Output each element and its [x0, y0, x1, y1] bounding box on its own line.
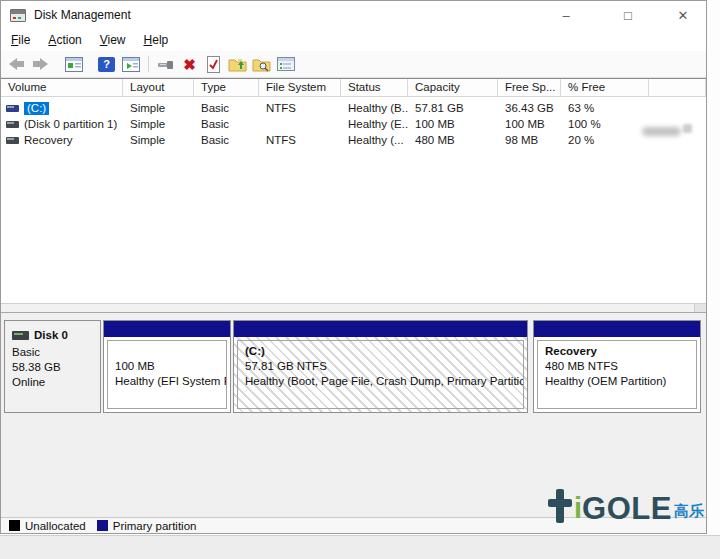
column-header-empty [649, 79, 706, 96]
disk-graphical-pane: Disk 0 Basic 58.38 GB Online 100 MB Heal… [1, 313, 706, 517]
maximize-button[interactable]: □ [605, 1, 651, 29]
disk-type: Basic [12, 345, 93, 360]
redacted-text [642, 127, 681, 136]
volume-icon [6, 137, 19, 144]
legend-unallocated-label: Unallocated [25, 520, 86, 532]
volume-icon [6, 105, 19, 112]
menu-view[interactable]: View [91, 30, 135, 50]
volume-name: (Disk 0 partition 1) [24, 118, 117, 130]
console-show-icon[interactable] [119, 53, 142, 75]
properties-icon[interactable] [274, 53, 297, 75]
menu-action[interactable]: Action [39, 30, 90, 50]
delete-volume-icon[interactable]: ✖ [178, 53, 201, 75]
partition-color-bar [534, 321, 700, 337]
partition-status: Healthy (OEM Partition) [545, 374, 689, 389]
disk-0-row: Disk 0 Basic 58.38 GB Online 100 MB Heal… [1, 320, 706, 413]
volume-name: Recovery [24, 134, 73, 146]
disk-size: 58.38 GB [12, 360, 93, 375]
column-header-free-space[interactable]: Free Sp... [498, 79, 561, 96]
higole-i: i [574, 495, 582, 523]
partition-c-selected[interactable]: (C:) 57.81 GB NTFS Healthy (Boot, Page F… [233, 320, 528, 413]
partition-size: 480 MB NTFS [545, 359, 689, 374]
column-header-volume[interactable]: Volume [1, 79, 123, 96]
column-header-file-system[interactable]: File System [259, 79, 341, 96]
disk-0-label-panel[interactable]: Disk 0 Basic 58.38 GB Online [4, 320, 101, 413]
legend-primary-label: Primary partition [113, 520, 197, 532]
partition-color-bar [104, 321, 230, 337]
partition-efi[interactable]: 100 MB Healthy (EFI System Pa [103, 320, 231, 413]
higole-plus-icon [548, 489, 572, 523]
partition-recovery[interactable]: Recovery 480 MB NTFS Healthy (OEM Partit… [533, 320, 701, 413]
disk-status: Online [12, 375, 93, 390]
forward-icon[interactable] [29, 53, 52, 75]
app-icon [10, 9, 26, 22]
higole-watermark: i GOLE 高乐 [548, 489, 704, 523]
menu-file[interactable]: File [2, 30, 39, 50]
redacted-text [683, 124, 692, 133]
table-row-c[interactable]: (C:) Simple Basic NTFS Healthy (B... 57.… [1, 100, 706, 116]
console-window-icon[interactable] [62, 53, 85, 75]
partition-size: 57.81 GB NTFS [245, 359, 516, 374]
partition-name [115, 344, 219, 359]
partition-size: 100 MB [115, 359, 219, 374]
higole-chinese: 高乐 [674, 502, 704, 521]
menu-help[interactable]: Help [135, 30, 178, 50]
folder-search-icon[interactable] [250, 53, 273, 75]
table-row-partition1[interactable]: (Disk 0 partition 1) Simple Basic Health… [1, 116, 706, 132]
volume-table-header: Volume Layout Type File System Status Ca… [1, 78, 706, 97]
scan-tool-icon[interactable] [154, 53, 177, 75]
check-document-icon[interactable] [202, 53, 225, 75]
menu-bar: File Action View Help [1, 29, 706, 51]
unallocated-swatch [9, 520, 20, 531]
primary-partition-swatch [97, 520, 108, 531]
volume-name-selected: (C:) [24, 102, 49, 115]
column-header-status[interactable]: Status [341, 79, 408, 96]
column-header-type[interactable]: Type [194, 79, 259, 96]
desktop-strip [0, 535, 720, 559]
folder-up-icon[interactable] [226, 53, 249, 75]
column-header-capacity[interactable]: Capacity [408, 79, 498, 96]
table-row-recovery[interactable]: Recovery Simple Basic NTFS Healthy (... … [1, 132, 706, 148]
scrollbar-corner [694, 304, 706, 312]
partition-name: (C:) [245, 344, 516, 359]
screen: Disk Management – □ ✕ File Action View H… [0, 0, 720, 559]
disk-management-window: Disk Management – □ ✕ File Action View H… [0, 0, 707, 534]
partition-color-bar [234, 321, 527, 337]
column-header-layout[interactable]: Layout [123, 79, 194, 96]
help-icon[interactable]: ? [95, 53, 118, 75]
horizontal-scrollbar[interactable] [1, 303, 706, 313]
volume-list: (C:) Simple Basic NTFS Healthy (B... 57.… [1, 97, 706, 303]
title-bar: Disk Management – □ ✕ [1, 1, 706, 29]
column-header-percent-free[interactable]: % Free [561, 79, 649, 96]
back-icon[interactable] [5, 53, 28, 75]
volume-icon [6, 121, 19, 128]
partition-status: Healthy (Boot, Page File, Crash Dump, Pr… [245, 374, 516, 389]
toolbar: ? ✖ [1, 51, 706, 78]
partition-status: Healthy (EFI System Pa [115, 374, 219, 389]
minimize-button[interactable]: – [543, 1, 589, 29]
disk-name: Disk 0 [34, 328, 68, 343]
partition-name: Recovery [545, 344, 689, 359]
close-button[interactable]: ✕ [660, 1, 706, 29]
toolbar-separator [148, 56, 149, 72]
window-title: Disk Management [34, 8, 131, 22]
higole-wordmark: GOLE [582, 495, 672, 523]
disk-icon [12, 331, 29, 340]
